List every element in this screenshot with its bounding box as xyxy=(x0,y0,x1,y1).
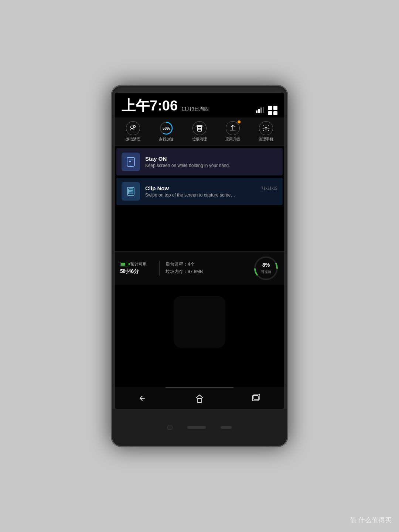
signal-icon xyxy=(256,107,264,115)
notif-clip-now-desc: Swipe on top of the screen to capture sc… xyxy=(145,192,277,198)
svg-point-11 xyxy=(130,166,132,167)
quick-label-wechat: 微信清理 xyxy=(126,137,140,142)
notification-stay-on[interactable]: Stay ON Keep screen on while holding in … xyxy=(116,148,283,175)
quick-label-upgrade: 应用升级 xyxy=(225,137,240,142)
upgrade-badge xyxy=(238,120,241,123)
recents-button[interactable] xyxy=(247,391,265,406)
notif-clip-now-content: Clip Now 71-11-12 Swipe on top of the sc… xyxy=(145,185,277,198)
system-info-bar: 预计可用 5时46分 后台进程：4个 垃圾内存：97.8MB 8% 可提速 xyxy=(115,251,284,285)
stay-on-icon xyxy=(122,153,140,171)
battery-info: 预计可用 5时46分 xyxy=(120,262,153,275)
process-label: 后台进程：4个 xyxy=(166,261,249,267)
notifications-area: Stay ON Keep screen on while holding in … xyxy=(115,146,284,251)
process-info: 后台进程：4个 垃圾内存：97.8MB xyxy=(166,261,249,275)
date: 11月3日周四 xyxy=(181,106,209,112)
svg-rect-1 xyxy=(258,109,260,113)
speedup-circle[interactable]: 8% 可提速 xyxy=(253,255,279,281)
svg-rect-16 xyxy=(197,399,202,402)
notif-stay-on-desc: Keep screen on while holding in your han… xyxy=(145,163,277,168)
svg-rect-17 xyxy=(252,396,258,401)
phone-frame: 上午7:06 11月3日周四 xyxy=(111,85,288,447)
svg-rect-8 xyxy=(197,126,202,127)
notification-clip-now[interactable]: Clip Now 71-11-12 Swipe on top of the sc… xyxy=(116,178,283,205)
quick-item-speedup[interactable]: 58% 点我加速 xyxy=(153,121,180,142)
speedup-sub: 可提速 xyxy=(261,270,271,274)
svg-point-4 xyxy=(131,126,133,129)
quick-item-trash[interactable]: 垃圾清理 xyxy=(186,121,213,142)
grid-icon xyxy=(268,106,277,115)
screen: 上午7:06 11月3日周四 xyxy=(115,93,284,409)
phone-bottom-bezel xyxy=(112,409,287,446)
watermark: 值 什么值得买 xyxy=(350,516,392,525)
reflection-area xyxy=(115,285,284,387)
notif-stay-on-content: Stay ON Keep screen on while holding in … xyxy=(145,156,277,168)
reflection-shape xyxy=(174,296,225,348)
status-bar: 上午7:06 11月3日周四 xyxy=(115,93,284,117)
notif-clip-now-title: Clip Now xyxy=(145,185,169,191)
battery-label: 预计可用 xyxy=(130,262,147,267)
quick-item-upgrade[interactable]: 应用升级 xyxy=(219,121,246,142)
bottom-camera xyxy=(167,425,173,430)
clock: 上午7:06 xyxy=(122,96,178,115)
back-button[interactable] xyxy=(134,391,152,406)
svg-rect-18 xyxy=(254,394,260,399)
time-block: 上午7:06 11月3日周四 xyxy=(122,96,209,115)
battery-icon xyxy=(120,262,128,266)
quick-label-speedup: 点我加速 xyxy=(159,137,174,142)
bottom-mic xyxy=(221,426,232,429)
svg-point-9 xyxy=(265,127,267,129)
nav-bar xyxy=(115,387,284,409)
svg-rect-0 xyxy=(256,110,258,113)
quick-item-manage[interactable]: 管理手机 xyxy=(253,121,279,142)
battery-time: 5时46分 xyxy=(120,268,153,275)
divider xyxy=(159,261,160,276)
svg-rect-3 xyxy=(263,107,264,113)
home-button[interactable] xyxy=(190,391,209,406)
svg-point-5 xyxy=(133,126,136,128)
speedup-pct: 8% xyxy=(261,262,271,268)
bottom-speaker xyxy=(187,426,206,429)
speedup-text: 8% 可提速 xyxy=(261,262,271,274)
clip-now-icon xyxy=(122,182,140,201)
junk-label: 垃圾内存：97.8MB xyxy=(166,269,249,275)
notif-stay-on-title: Stay ON xyxy=(145,156,277,162)
quick-item-wechat[interactable]: 微信清理 xyxy=(120,121,146,142)
notif-clip-now-time: 71-11-12 xyxy=(261,186,277,190)
quick-label-manage: 管理手机 xyxy=(259,137,273,142)
quick-bar: 微信清理 58% 点我加速 xyxy=(115,117,284,146)
svg-rect-2 xyxy=(260,108,262,113)
svg-rect-10 xyxy=(127,157,134,166)
status-icons xyxy=(256,106,277,115)
svg-rect-13 xyxy=(129,189,133,194)
quick-label-trash: 垃圾清理 xyxy=(192,137,207,142)
